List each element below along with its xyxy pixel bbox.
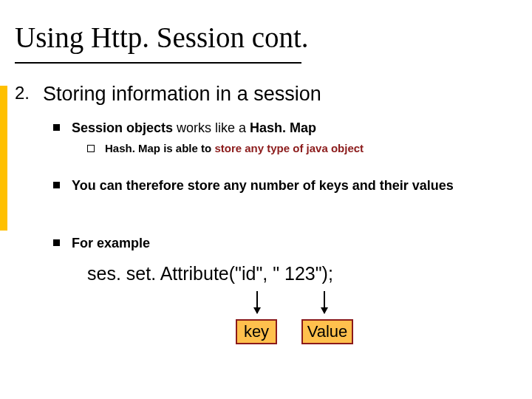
bullet-1-part-c: Hash. Map	[250, 120, 316, 135]
sub-bullet-1a-text: Hash. Map is able to store any type of j…	[105, 142, 364, 156]
list-number: 2.	[15, 83, 30, 103]
bullet-item-1: Session objects works like a Hash. Map	[53, 120, 316, 137]
bullet-item-3: For example	[53, 235, 150, 252]
section-heading: Storing information in a session	[43, 83, 321, 106]
bullet-1-part-b: works like a	[173, 120, 250, 135]
bullet-3-text: For example	[72, 235, 150, 252]
slide: Using Http. Session cont. 2. Storing inf…	[0, 0, 532, 399]
sub-bullet-1a-part-a: Hash. Map is able to	[105, 142, 214, 154]
accent-bar	[0, 86, 7, 231]
arrow-key	[256, 291, 258, 313]
title-underline	[15, 62, 301, 64]
bullet-1-part-a: Session objects	[72, 120, 173, 135]
value-box: Value	[301, 319, 353, 344]
bullet-item-2: You can therefore store any number of ke…	[53, 177, 497, 194]
bullet-1-text: Session objects works like a Hash. Map	[72, 120, 316, 137]
value-box-label: Value	[307, 322, 348, 341]
square-bullet-icon	[53, 182, 60, 188]
arrow-value	[324, 291, 325, 313]
key-box: key	[236, 319, 277, 344]
square-bullet-icon	[53, 124, 60, 131]
square-bullet-icon	[53, 239, 60, 246]
sub-bullet-1a-emph: store any type of java object	[214, 142, 364, 154]
open-square-bullet-icon	[87, 145, 95, 152]
bullet-2-text: You can therefore store any number of ke…	[72, 177, 454, 194]
key-box-label: key	[244, 322, 269, 341]
slide-title: Using Http. Session cont.	[15, 21, 309, 54]
sub-bullet-item-1a: Hash. Map is able to store any type of j…	[87, 142, 364, 156]
code-example: ses. set. Attribute("id", " 123");	[87, 263, 333, 284]
